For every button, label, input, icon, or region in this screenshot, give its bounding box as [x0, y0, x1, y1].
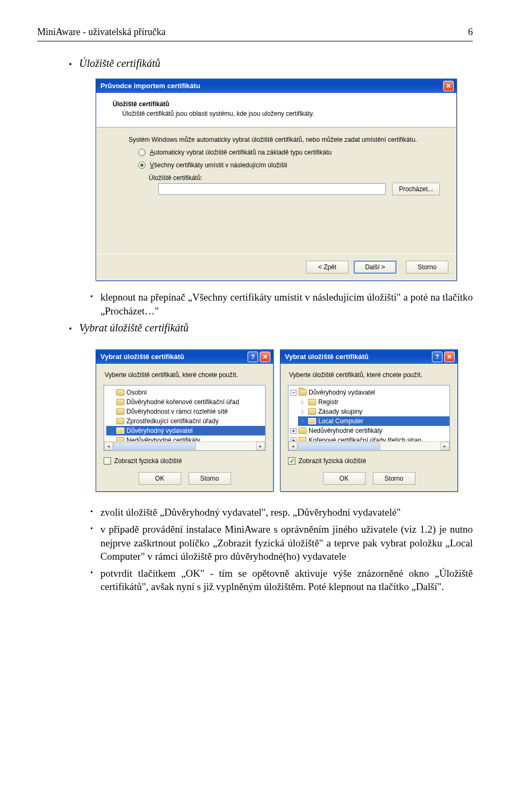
section-heading-2-text: Vybrat úložiště certifikátů [79, 322, 189, 334]
scroll-right-icon[interactable]: ▸ [256, 442, 265, 450]
list-item[interactable]: Důvěryhodnost v rámci rozlehlé sítě [106, 407, 265, 416]
bullet-text: v případě provádění instalace MiniAware … [100, 523, 473, 563]
ok-button[interactable]: OK [323, 472, 366, 485]
store-listbox[interactable]: Osobní Důvěryhodné kořenové certifikační… [104, 385, 266, 451]
close-icon[interactable]: ✕ [260, 352, 270, 362]
radio-icon[interactable] [138, 149, 146, 156]
picker-titlebar[interactable]: Vybrat úložiště certifikátů ? ✕ [280, 350, 457, 364]
checkbox-checked-icon[interactable]: ✓ [288, 457, 295, 465]
bullet-item: • zvolit úložiště „Důvěryhodný vydavatel… [90, 506, 473, 519]
radio-all-label: Všechny certifikáty umístit v následujíc… [150, 161, 287, 169]
bullet-dot-icon: • [90, 506, 93, 518]
expand-icon[interactable]: + [291, 428, 296, 434]
bullet-text: potvrdit tlačítkem „OK" - tím se opětovn… [100, 567, 473, 594]
checkbox-label: Zobrazit fyzická úložišté [114, 457, 182, 465]
bullet-text: klepnout na přepínač „Všechny certifikát… [100, 290, 473, 318]
tree-item[interactable]: ├Registr [298, 397, 449, 407]
scroll-left-icon[interactable]: ◂ [104, 442, 113, 450]
cert-import-wizard: Průvodce importem certifikátu ✕ Úložiště… [96, 79, 457, 281]
cert-store-picker-right: Vybrat úložiště certifikátů ? ✕ Vyberte … [280, 349, 458, 492]
page-header: MiniAware - uživatelská příručka 6 [37, 27, 473, 38]
store-treeview[interactable]: −Důvěryhodný vydavatel ├Registr ├Zásady … [288, 385, 450, 451]
tree-item[interactable]: −Důvěryhodný vydavatel [291, 388, 449, 397]
store-path-input[interactable] [158, 183, 386, 195]
section-heading-1-text: Úložiště certifikátů [79, 57, 160, 70]
section-heading-2: ▪ Vybrat úložiště certifikátů [69, 322, 473, 336]
tree-item-selected[interactable]: └Local Computer [298, 416, 449, 426]
picker-prompt: Vyberte úložiště certifikátů, které chce… [105, 371, 266, 379]
radio-auto-row[interactable]: Automaticky vybrat úložiště certifikátů … [138, 149, 440, 156]
bullet-item: • klepnout na přepínač „Všechny certifik… [90, 290, 473, 318]
show-physical-checkbox-row[interactable]: Zobrazit fyzická úložišté [104, 457, 266, 465]
square-bullet-icon: ▪ [69, 322, 72, 336]
close-icon[interactable]: ✕ [444, 352, 455, 362]
bullet-dot-icon: • [90, 567, 93, 579]
bullet-dot-icon: • [90, 523, 93, 535]
store-path-label: Úložiště certifikátů: [149, 174, 440, 182]
horizontal-scrollbar[interactable]: ◂ ▸ [104, 441, 265, 450]
wizard-step-subtitle: Úložiště certifikátů jsou oblasti systém… [122, 110, 440, 117]
checkbox-icon[interactable] [104, 457, 111, 465]
wizard-title: Průvodce importem certifikátu [100, 82, 200, 90]
help-icon[interactable]: ? [248, 352, 258, 362]
wizard-step-title: Úložiště certifikátů [113, 100, 440, 108]
wizard-description: Systém Windows může automaticky vybrat ú… [129, 136, 440, 143]
list-item[interactable]: Důvěryhodné kořenové certifikační úřad [106, 397, 265, 407]
browse-button[interactable]: Procházet... [392, 183, 440, 195]
checkbox-label: Zobrazit fyzická úložišté [299, 457, 366, 465]
square-bullet-icon: ▪ [69, 57, 72, 71]
picker-title: Vybrat úložiště certifikátů [100, 353, 184, 361]
cancel-button[interactable]: Storno [189, 472, 231, 485]
list-item[interactable]: Osobní [106, 388, 265, 397]
radio-auto-label: Automaticky vybrat úložiště certifikátů … [150, 149, 332, 156]
help-icon[interactable]: ? [432, 352, 443, 362]
wizard-titlebar[interactable]: Průvodce importem certifikátu ✕ [96, 79, 456, 93]
ok-button[interactable]: OK [139, 472, 181, 485]
horizontal-scrollbar[interactable]: ◂ ▸ [288, 441, 449, 450]
cancel-button[interactable]: Storno [373, 472, 415, 485]
cert-store-picker-left: Vybrat úložiště certifikátů ? ✕ Vyberte … [96, 349, 274, 492]
list-item-selected[interactable]: Důvěryhodný vydavatel [106, 426, 265, 435]
cancel-button[interactable]: Storno [406, 261, 448, 273]
close-icon[interactable]: ✕ [443, 81, 454, 91]
page-number: 6 [468, 27, 473, 38]
doc-title: MiniAware - uživatelská příručka [37, 27, 166, 38]
show-physical-checkbox-row[interactable]: ✓ Zobrazit fyzická úložišté [288, 457, 450, 465]
picker-prompt: Vyberte úložiště certifikátů, které chce… [289, 371, 450, 379]
radio-all-row[interactable]: Všechny certifikáty umístit v následujíc… [138, 161, 440, 169]
bullet-dot-icon: • [90, 290, 93, 303]
collapse-icon[interactable]: − [291, 390, 296, 396]
wizard-footer: < Zpět Další > Storno [97, 254, 456, 280]
scroll-thumb[interactable] [298, 442, 380, 450]
scroll-right-icon[interactable]: ▸ [440, 442, 449, 450]
picker-titlebar[interactable]: Vybrat úložiště certifikátů ? ✕ [96, 350, 273, 364]
radio-icon[interactable] [138, 161, 146, 169]
section-heading-1: ▪ Úložiště certifikátů [69, 57, 473, 71]
wizard-content: Systém Windows může automaticky vybrat ú… [97, 127, 456, 254]
scroll-left-icon[interactable]: ◂ [288, 442, 298, 450]
scroll-thumb[interactable] [113, 442, 196, 450]
list-item[interactable]: Zprostředkující certifikační úřady [106, 416, 265, 426]
bullet-text: zvolit úložiště „Důvěryhodný vydavatel",… [100, 506, 473, 519]
wizard-header-panel: Úložiště certifikátů Úložiště certifikát… [97, 93, 456, 127]
tree-item[interactable]: +Nedůvěryhodné certifikáty [291, 426, 449, 435]
bullet-item: • potvrdit tlačítkem „OK" - tím se opěto… [90, 567, 473, 594]
header-rule [37, 41, 473, 41]
next-button[interactable]: Další > [354, 261, 396, 273]
tree-item[interactable]: ├Zásady skupiny [298, 407, 449, 416]
bullet-item: • v případě provádění instalace MiniAwar… [90, 523, 473, 563]
picker-title: Vybrat úložiště certifikátů [285, 353, 369, 361]
back-button[interactable]: < Zpět [306, 261, 348, 273]
